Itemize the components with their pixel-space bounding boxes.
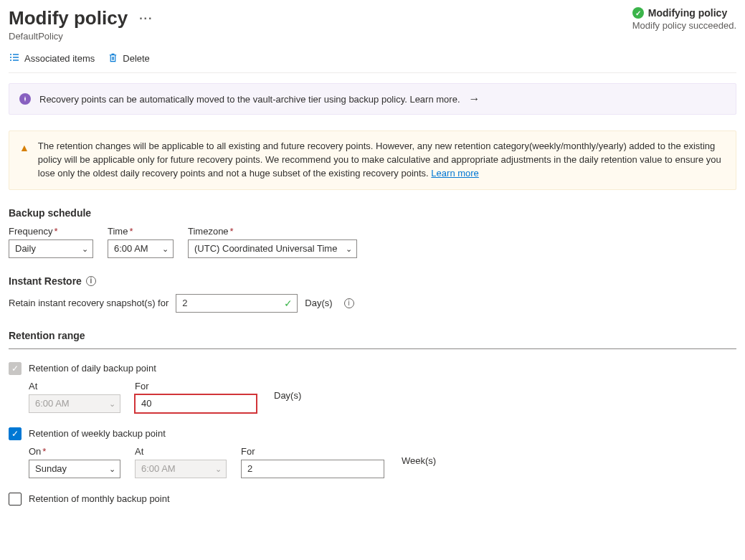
more-icon[interactable]: ··· (139, 12, 153, 25)
page-title: Modify policy (9, 7, 128, 29)
chevron-down-icon: ⌄ (109, 399, 115, 408)
associated-items-label: Associated items (24, 53, 95, 64)
daily-retention-label: Retention of daily backup point (29, 363, 156, 374)
chevron-down-icon: ⌄ (109, 464, 115, 473)
info-banner-learn-more[interactable]: → (469, 92, 480, 105)
daily-retention-checkbox[interactable]: ✓ (9, 362, 22, 375)
timezone-label: Timezone* (188, 226, 357, 237)
instant-restore-title: Instant Restore (9, 275, 82, 287)
retention-range-title: Retention range (9, 330, 736, 341)
compass-icon (19, 93, 31, 105)
weekly-retention-label: Retention of weekly backup point (29, 428, 166, 439)
info-icon[interactable]: i (86, 276, 96, 286)
weekly-for-label: For (241, 446, 384, 457)
daily-at-select: 6:00 AM ⌄ (29, 394, 120, 413)
instant-restore-input[interactable]: 2 ✓ (176, 294, 298, 313)
frequency-label: Frequency* (9, 226, 93, 237)
instant-restore-label: Retain instant recovery snapshot(s) for (9, 298, 169, 308)
delete-label: Delete (123, 53, 150, 64)
warning-text: The retention changes will be applicable… (38, 141, 721, 179)
weekly-at-select: 6:00 AM ⌄ (135, 460, 227, 478)
associated-items-button[interactable]: Associated items (9, 52, 95, 65)
weekly-at-label: At (135, 446, 227, 457)
warning-learn-more[interactable]: Learn more (431, 168, 478, 179)
success-icon: ✓ (632, 7, 644, 19)
monthly-retention-label: Retention of monthly backup point (29, 493, 170, 504)
chevron-down-icon: ⌄ (82, 244, 88, 253)
daily-unit: Day(s) (274, 390, 301, 403)
warning-icon: ▲ (19, 141, 29, 155)
frequency-select[interactable]: Daily ⌄ (9, 239, 93, 258)
chevron-down-icon: ⌄ (346, 244, 352, 253)
delete-button[interactable]: Delete (108, 52, 150, 65)
list-icon (9, 52, 20, 65)
time-select[interactable]: 6:00 AM ⌄ (108, 239, 174, 258)
arrow-right-icon: → (469, 92, 480, 105)
daily-for-label: For (135, 381, 257, 391)
weekly-unit: Week(s) (402, 455, 436, 468)
info-banner: Recovery points can be automatically mov… (9, 83, 736, 115)
weekly-for-input[interactable]: 2 (241, 460, 384, 478)
divider (9, 348, 736, 349)
checkmark-icon: ✓ (284, 298, 293, 309)
weekly-retention-checkbox[interactable]: ✓ (9, 427, 22, 440)
trash-icon (108, 52, 118, 65)
timezone-select[interactable]: (UTC) Coordinated Universal Time ⌄ (188, 239, 357, 258)
page-subtitle: DefaultPolicy (9, 31, 153, 42)
info-icon[interactable]: i (344, 298, 354, 308)
instant-restore-unit: Day(s) (305, 298, 332, 308)
status-title: Modifying policy (648, 7, 727, 19)
weekly-on-select[interactable]: Sunday ⌄ (29, 460, 120, 478)
daily-at-label: At (29, 381, 120, 391)
info-banner-text: Recovery points can be automatically mov… (39, 94, 460, 105)
status-subtitle: Modify policy succeeded. (632, 20, 736, 31)
chevron-down-icon: ⌄ (215, 464, 222, 473)
weekly-on-label: On* (29, 446, 120, 457)
daily-for-input[interactable]: 40 (135, 394, 257, 413)
warning-banner: ▲ The retention changes will be applicab… (9, 130, 736, 190)
time-label: Time* (108, 226, 174, 237)
svg-marker-6 (24, 96, 26, 102)
monthly-retention-checkbox[interactable] (9, 493, 22, 506)
backup-schedule-title: Backup schedule (9, 207, 736, 219)
chevron-down-icon: ⌄ (162, 244, 169, 253)
